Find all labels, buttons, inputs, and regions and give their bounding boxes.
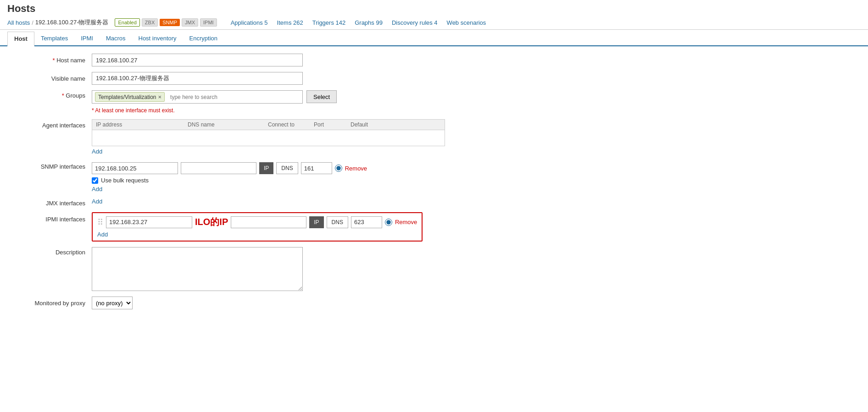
tab-macros[interactable]: Macros [100,32,132,45]
jmx-badge: JMX [182,18,198,27]
breadcrumb-all-hosts[interactable]: All hosts [7,19,30,26]
snmp-add-link[interactable]: Add [92,186,102,192]
drag-handle-icon: ⠿ [97,217,103,227]
col-ip-header: IP address [96,121,188,128]
ipmi-port-input[interactable] [351,216,382,228]
host-name-label: * Host name [14,57,92,64]
snmp-interface-row: IP DNS Remove [92,160,367,176]
proxy-row: Monitored by proxy (no proxy) [14,297,868,309]
ipmi-interfaces-label: IPMI interfaces [14,212,92,223]
ipmi-dns-input[interactable] [231,216,306,228]
col-connect-header: Connect to [268,121,314,128]
ipmi-ip-input[interactable] [106,216,192,228]
ipmi-dns-btn[interactable]: DNS [327,216,348,228]
page-title-bar: Hosts [0,0,868,16]
group-tag: Templates/Virtualization × [95,92,165,102]
ipmi-remove-link[interactable]: Remove [395,219,417,225]
host-name-input[interactable] [92,54,303,66]
snmp-interfaces-control: IP DNS Remove Use bulk requests Add [92,160,367,192]
ipmi-interface-row: ⠿ ILO的IP IP DNS Remove [97,216,417,228]
snmp-bulk-label: Use bulk requests [101,177,149,184]
ipmi-interfaces-section: ⠿ ILO的IP IP DNS Remove Add [92,212,423,242]
groups-control: Templates/Virtualization × Select [92,90,337,104]
agent-interfaces-body [92,130,445,146]
snmp-ip-btn[interactable]: IP [259,162,273,174]
enabled-badge: Enabled [115,18,139,27]
ipmi-badge: IPMI [200,18,217,27]
visible-name-label: Visible name [14,75,92,82]
description-row: Description [14,247,868,291]
visible-name-row: Visible name [14,72,868,85]
jmx-interfaces-control: Add [92,198,102,205]
host-name-row: * Host name [14,54,868,66]
snmp-dns-input[interactable] [181,162,256,174]
agent-interfaces-row: Agent interfaces IP address DNS name Con… [14,119,868,155]
nav-applications[interactable]: Applications 5 [226,19,273,26]
form-container: * Host name Visible name * Groups Templa… [0,46,868,322]
agent-interfaces-label: Agent interfaces [14,119,92,129]
nav-discovery[interactable]: Discovery rules 4 [387,19,442,26]
ipmi-annotation-label: ILO的IP [195,216,228,228]
nav-triggers[interactable]: Triggers 142 [308,19,351,26]
group-tag-label: Templates/Virtualization [98,94,156,100]
snmp-bulk-row: Use bulk requests [92,177,367,184]
tab-encryption[interactable]: Encryption [183,32,224,45]
interface-warning: * At least one interface must exist. [92,107,175,114]
breadcrumb-current: 192.168.100.27-物理服务器 [35,18,109,27]
ipmi-ip-btn[interactable]: IP [309,216,323,228]
nav-graphs[interactable]: Graphs 99 [350,19,387,26]
snmp-bulk-checkbox[interactable] [92,177,98,184]
snmp-ip-input[interactable] [92,162,178,174]
nav-web[interactable]: Web scenarios [442,19,491,26]
zbx-badge: ZBX [142,18,158,27]
jmx-add-link[interactable]: Add [92,198,102,205]
snmp-interfaces-label: SNMP interfaces [14,160,92,170]
interface-warning-row: * At least one interface must exist. [14,107,868,114]
snmp-interfaces-row: SNMP interfaces IP DNS Remove Use bulk r… [14,160,868,192]
tab-templates[interactable]: Templates [34,32,74,45]
groups-row: * Groups Templates/Virtualization × Sele… [14,90,868,104]
nav-links: Applications 5 Items 262 Triggers 142 Gr… [226,19,491,26]
col-port-header: Port [314,121,351,128]
page-wrapper: Hosts All hosts / 192.168.100.27-物理服务器 E… [0,0,868,322]
top-bar: All hosts / 192.168.100.27-物理服务器 Enabled… [0,16,868,30]
tab-host[interactable]: Host [7,32,34,46]
snmp-dns-btn[interactable]: DNS [276,162,298,174]
agent-add-link[interactable]: Add [92,148,102,155]
ipmi-interfaces-row: IPMI interfaces ⠿ ILO的IP IP DNS Remove A… [14,212,868,242]
snmp-default-radio[interactable] [335,165,342,172]
tabs-bar: Host Templates IPMI Macros Host inventor… [0,32,868,46]
visible-name-input[interactable] [92,72,303,85]
jmx-interfaces-label: JMX interfaces [14,198,92,207]
ipmi-add-link[interactable]: Add [97,231,108,238]
proxy-label: Monitored by proxy [14,300,92,307]
tab-ipmi[interactable]: IPMI [74,32,100,45]
col-dns-header: DNS name [188,121,268,128]
group-tag-remove[interactable]: × [158,93,162,100]
groups-search-input[interactable] [167,93,231,102]
tab-inventory[interactable]: Host inventory [132,32,183,45]
jmx-interfaces-row: JMX interfaces Add [14,198,868,207]
nav-items[interactable]: Items 262 [273,19,308,26]
proxy-select[interactable]: (no proxy) [92,297,133,309]
description-textarea[interactable] [92,247,303,291]
ipmi-default-radio[interactable] [385,219,392,226]
groups-input-box[interactable]: Templates/Virtualization × [92,90,303,104]
description-label: Description [14,247,92,256]
select-button[interactable]: Select [306,90,337,103]
snmp-remove-link[interactable]: Remove [345,165,367,172]
page-title: Hosts [7,3,861,16]
agent-interfaces-header: IP address DNS name Connect to Port Defa… [92,119,445,130]
agent-interfaces-control: IP address DNS name Connect to Port Defa… [92,119,445,155]
groups-label: * Groups [14,90,92,99]
col-default-header: Default [351,121,378,128]
snmp-badge: SNMP [160,19,180,26]
snmp-port-input[interactable] [301,162,332,174]
breadcrumb-sep: / [32,19,33,26]
